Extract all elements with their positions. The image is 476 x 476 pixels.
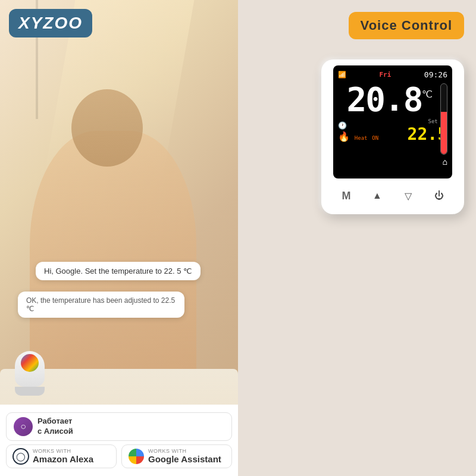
speech-text-1: Hi, Google. Set the temperature to 22. 5…: [44, 267, 192, 275]
alice-text: Работает с Алисой: [37, 416, 73, 437]
up-button[interactable]: ▲: [368, 186, 387, 205]
voice-control-badge: Voice Control: [349, 12, 464, 39]
thermostat-device: 📶 Fri 09:26 20.8℃ 🕐 🔥: [321, 60, 464, 214]
thermostat-buttons: M ▲ ▽ ⏻: [337, 183, 449, 208]
alexa-name: Amazon Alexa: [33, 454, 93, 464]
heat-label: Heat: [355, 135, 368, 141]
google-home-body: [15, 351, 45, 387]
clock-icon: 🕐: [338, 121, 347, 130]
current-temp: 20.8: [347, 80, 422, 118]
left-panel: Hi, Google. Set the temperature to 22. 5…: [0, 0, 238, 476]
heat-container: 🔥 Heat ON: [338, 131, 378, 142]
on-label: ON: [372, 135, 378, 141]
alexa-badge: ◯ WORKS WITH Amazon Alexa: [6, 444, 117, 468]
speech-text-2: OK, the temperature has been adjusted to…: [26, 296, 175, 313]
thermostat-screen: 📶 Fri 09:26 20.8℃ 🕐 🔥: [333, 65, 452, 178]
google-text: WORKS WITH Google Assistant: [148, 448, 221, 464]
time-display: 09:26: [424, 70, 447, 79]
logo-text: XYZOO: [18, 14, 83, 32]
down-button[interactable]: ▽: [399, 186, 418, 205]
google-home-device: [12, 351, 48, 399]
alice-line2: с Алисой: [37, 427, 73, 436]
alice-badge: ○ Работает с Алисой: [6, 412, 232, 441]
screen-bottom-row: 🕐 🔥 Heat ON Set to 22.5: [338, 118, 447, 144]
alexa-works-with-label: WORKS WITH: [33, 448, 93, 454]
main-temp-container: 20.8℃: [333, 83, 447, 116]
google-badge: WORKS WITH Google Assistant: [121, 444, 232, 468]
brand-logo: XYZOO: [9, 9, 92, 37]
google-dot: [129, 449, 144, 464]
left-indicators: 🕐 🔥 Heat ON: [338, 121, 378, 142]
temp-unit: ℃: [422, 89, 433, 100]
google-assistant-name: Google Assistant: [148, 454, 221, 464]
voice-assistants-row: ◯ WORKS WITH Amazon Alexa WORKS WITH Goo…: [6, 444, 232, 468]
thermometer-fill: [441, 112, 447, 154]
screen-content: 📶 Fri 09:26 20.8℃ 🕐 🔥: [333, 65, 452, 149]
home-icon: ⌂: [443, 157, 447, 167]
menu-button[interactable]: M: [337, 186, 356, 205]
bottom-badges: ○ Работает с Алисой ◯ WORKS WITH Amazon …: [0, 405, 238, 476]
screen-top-row: 📶 Fri 09:26: [338, 70, 447, 79]
alice-line1: Работает: [37, 416, 72, 425]
alexa-text: WORKS WITH Amazon Alexa: [33, 448, 93, 464]
alexa-icon: ◯: [12, 448, 29, 465]
google-home-top: [21, 354, 39, 372]
person-head: [71, 89, 143, 167]
day-label: Fri: [379, 71, 391, 79]
thermometer-bar: [440, 83, 447, 155]
google-works-with-label: WORKS WITH: [148, 448, 221, 454]
wifi-icon: 📶: [338, 71, 346, 79]
alice-icon: ○: [14, 417, 33, 436]
voice-control-label: Voice Control: [361, 18, 452, 33]
right-panel: Voice Control 📶 Fri 09:26 20.8℃: [238, 0, 476, 476]
speech-bubble-2: OK, the temperature has been adjusted to…: [18, 292, 184, 318]
power-button[interactable]: ⏻: [430, 186, 449, 205]
page-container: Hi, Google. Set the temperature to 22. 5…: [0, 0, 476, 476]
speech-bubble-1: Hi, Google. Set the temperature to 22. 5…: [36, 262, 201, 280]
flame-icon: 🔥: [338, 131, 350, 142]
google-assistant-icon: [128, 448, 145, 465]
google-home-base: [15, 387, 45, 396]
alice-badge-row: ○ Работает с Алисой: [6, 412, 232, 441]
